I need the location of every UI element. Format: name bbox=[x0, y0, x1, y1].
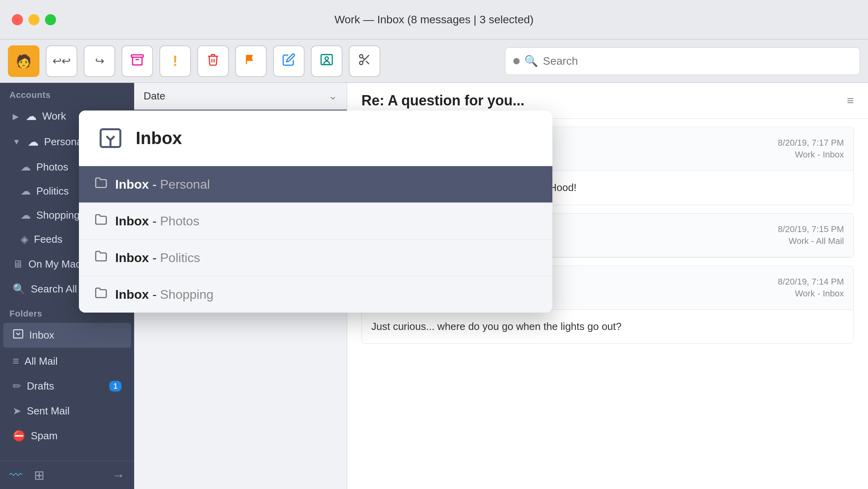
dropdown-title: Inbox bbox=[136, 128, 182, 148]
dropdown-item-text: Inbox - Politics bbox=[115, 251, 200, 265]
sidebar-item-label: Photos bbox=[36, 161, 68, 173]
edit-button[interactable] bbox=[273, 45, 305, 77]
dropdown-item-inbox-photos[interactable]: Inbox - Photos bbox=[79, 203, 552, 240]
minimize-button[interactable] bbox=[28, 14, 39, 25]
titlebar: Work — Inbox (8 messages | 3 selected) bbox=[0, 0, 868, 39]
folder-icon bbox=[95, 213, 107, 229]
email-location-1: Work - Inbox bbox=[778, 150, 844, 160]
all-mail-icon: ≡ bbox=[13, 355, 19, 367]
sidebar-item-sent-mail[interactable]: ➤ Sent Mail bbox=[3, 399, 131, 423]
toolbar: 🧑 ↩↩ ↪ ! 🔍 bbox=[0, 39, 868, 83]
sent-icon: ➤ bbox=[13, 405, 21, 417]
flag-button[interactable] bbox=[235, 45, 267, 77]
trash-icon bbox=[206, 53, 220, 69]
sidebar-item-drafts[interactable]: ✏ Drafts 1 bbox=[3, 375, 131, 398]
photos-cloud-icon: ☁ bbox=[21, 161, 31, 173]
sidebar-bottom: 〰 ⊞ → bbox=[0, 461, 134, 489]
exclamation-button[interactable]: ! bbox=[159, 45, 191, 77]
edit-icon bbox=[282, 53, 296, 69]
sidebar-item-inbox[interactable]: Inbox bbox=[3, 323, 131, 348]
search-status-dot bbox=[513, 58, 520, 64]
dropdown-item-text: Inbox - Personal bbox=[115, 177, 210, 192]
dropdown-inbox-icon bbox=[95, 122, 126, 154]
sidebar-item-label: All Mail bbox=[24, 355, 58, 367]
accounts-label: Accounts bbox=[0, 83, 134, 103]
reply-all-button[interactable]: ↩↩ bbox=[46, 45, 77, 77]
avatar-button[interactable]: 🧑 bbox=[8, 45, 39, 77]
exclamation-icon: ! bbox=[173, 53, 178, 69]
search-input[interactable] bbox=[543, 55, 852, 67]
drafts-icon: ✏ bbox=[13, 380, 21, 392]
email-timestamp-2: 8/20/19, 7:15 PM bbox=[778, 224, 844, 234]
sidebar-item-label: Sent Mail bbox=[27, 405, 69, 417]
panel-header: Date ⌄ bbox=[134, 83, 347, 110]
flag-icon bbox=[244, 53, 258, 69]
svg-line-9 bbox=[363, 57, 365, 59]
dropdown-item-inbox-politics[interactable]: Inbox - Politics bbox=[79, 240, 552, 276]
scissors-icon bbox=[358, 53, 371, 69]
sidebar-item-label: On My Mac bbox=[28, 258, 81, 270]
sidebar-item-spam[interactable]: ⛔ Spam bbox=[3, 424, 131, 448]
shopping-cloud-icon: ☁ bbox=[21, 209, 31, 221]
dropdown-item-text: Inbox - Photos bbox=[115, 214, 199, 229]
search-icon: 🔍 bbox=[524, 54, 538, 67]
svg-point-4 bbox=[325, 56, 329, 60]
sidebar-item-label: Politics bbox=[36, 185, 69, 197]
spam-icon: ⛔ bbox=[13, 430, 25, 442]
work-cloud-icon: ☁ bbox=[26, 110, 37, 123]
sidebar-item-label: Spam bbox=[31, 430, 58, 442]
sidebar-item-all-mail[interactable]: ≡ All Mail bbox=[3, 349, 131, 373]
activity-button[interactable]: 〰 bbox=[9, 468, 22, 483]
forward-button[interactable]: ↪ bbox=[84, 45, 115, 77]
email-body-3: Just curious... where do you go when the… bbox=[362, 310, 853, 344]
svg-point-6 bbox=[359, 61, 363, 65]
sidebar-item-label: Feeds bbox=[34, 233, 62, 245]
folder-icon bbox=[95, 250, 107, 266]
email-timestamp-1: 8/20/19, 7:17 PM bbox=[778, 138, 844, 148]
window-title: Work — Inbox (8 messages | 3 selected) bbox=[335, 13, 534, 26]
politics-cloud-icon: ☁ bbox=[21, 185, 31, 197]
email-subject: Re: A question for you... bbox=[361, 92, 524, 109]
personal-cloud-icon: ☁ bbox=[28, 135, 39, 148]
avatar-icon: 🧑 bbox=[16, 54, 32, 69]
dropdown-item-inbox-personal[interactable]: Inbox - Personal bbox=[79, 166, 552, 203]
inbox-icon bbox=[13, 328, 24, 342]
dropdown-items: Inbox - Personal Inbox - Photos Inbox bbox=[79, 166, 552, 313]
svg-line-8 bbox=[366, 61, 369, 64]
close-button[interactable] bbox=[12, 14, 23, 25]
dropdown-item-text: Inbox - Shopping bbox=[115, 287, 213, 302]
folder-icon bbox=[95, 287, 107, 302]
computer-icon: 🖥 bbox=[13, 258, 23, 270]
search-all-icon: 🔍 bbox=[13, 283, 25, 295]
svg-rect-0 bbox=[131, 55, 143, 57]
reply-all-icon: ↩↩ bbox=[52, 54, 71, 67]
search-container: 🔍 bbox=[505, 47, 860, 75]
archive-icon bbox=[130, 52, 144, 69]
scissors-button[interactable] bbox=[349, 45, 380, 77]
folder-icon bbox=[95, 176, 107, 192]
contact-button[interactable] bbox=[311, 45, 342, 77]
sort-chevron-icon[interactable]: ⌄ bbox=[329, 90, 337, 102]
maximize-button[interactable] bbox=[45, 14, 56, 25]
email-location-3: Work - Inbox bbox=[778, 289, 844, 299]
dropdown-item-inbox-shopping[interactable]: Inbox - Shopping bbox=[79, 276, 552, 313]
contact-icon bbox=[320, 53, 333, 69]
inbox-dropdown: Inbox Inbox - Personal Inbox - Photos bbox=[79, 111, 552, 313]
email-timestamp-3: 8/20/19, 7:14 PM bbox=[778, 277, 844, 287]
chevron-down-icon: ▼ bbox=[13, 137, 21, 146]
email-location-2: Work - All Mail bbox=[778, 236, 844, 246]
forward-icon: ↪ bbox=[95, 54, 104, 67]
archive-button[interactable] bbox=[122, 45, 153, 77]
svg-point-5 bbox=[359, 54, 363, 58]
email-menu-button[interactable]: ≡ bbox=[847, 94, 854, 107]
chevron-right-icon: ▶ bbox=[13, 112, 19, 121]
dropdown-header: Inbox bbox=[79, 111, 552, 166]
filter-button[interactable]: ⊞ bbox=[34, 468, 45, 483]
sort-label: Date bbox=[144, 90, 165, 102]
sidebar-item-label: Shopping bbox=[36, 209, 80, 221]
delete-button[interactable] bbox=[197, 45, 229, 77]
drafts-badge: 1 bbox=[109, 381, 122, 392]
logout-button[interactable]: → bbox=[112, 468, 125, 483]
sidebar-item-label: Inbox bbox=[29, 329, 54, 341]
svg-rect-10 bbox=[13, 330, 22, 338]
